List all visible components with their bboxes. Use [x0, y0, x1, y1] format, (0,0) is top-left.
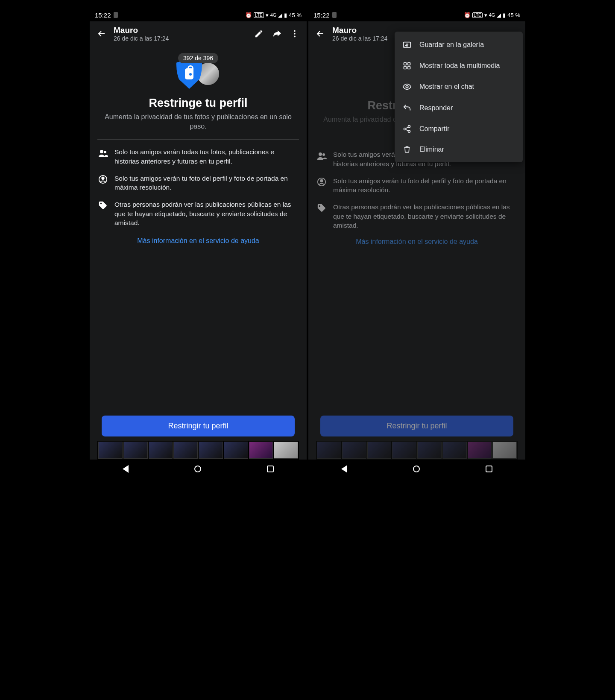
svg-point-19 [320, 179, 323, 182]
svg-rect-8 [404, 63, 407, 65]
menu-label: Mostrar toda la multimedia [419, 62, 500, 70]
bullet-text-1: Solo tus amigos verán tu foto del perfil… [333, 176, 518, 195]
nav-recent-icon[interactable] [267, 466, 274, 472]
thumb[interactable] [274, 442, 298, 459]
thumb[interactable] [468, 442, 492, 459]
thumb[interactable] [173, 442, 198, 459]
content-area: 392 de 396 Restringe tu perfil Aumenta l… [90, 46, 307, 460]
restrict-cta-button[interactable]: Restringir tu perfil [102, 416, 295, 436]
svg-point-15 [408, 130, 410, 132]
lte-icon: LTE [472, 12, 483, 18]
menu-share[interactable]: Compartir [395, 119, 523, 139]
nav-recent-icon[interactable] [486, 466, 492, 472]
nav-back-icon[interactable] [341, 465, 347, 473]
notch-icon [332, 12, 337, 18]
thumb[interactable] [367, 442, 392, 459]
bullet-text-2: Otras personas podrán ver las publicacio… [114, 200, 299, 228]
nav-home-icon[interactable] [194, 466, 201, 472]
battery-icon: ▮ [284, 12, 287, 18]
thumb[interactable] [442, 442, 467, 459]
thumb[interactable] [149, 442, 173, 459]
download-image-icon [402, 40, 412, 50]
menu-reply[interactable]: Responder [395, 97, 523, 119]
svg-point-14 [404, 128, 406, 130]
menu-delete[interactable]: Eliminar [395, 139, 523, 160]
thumb[interactable] [417, 442, 442, 459]
bullet-tag: Otras personas podrán ver las publicacio… [316, 202, 518, 230]
shield-icon [176, 59, 202, 89]
menu-label: Compartir [419, 125, 449, 133]
share-icon [402, 125, 412, 133]
restrict-title: Restringe tu perfil [97, 97, 299, 110]
signal-icon: ◢ [497, 12, 501, 18]
restrict-cta-button[interactable]: Restringir tu perfil [320, 416, 513, 436]
divider [97, 139, 299, 140]
svg-point-17 [322, 153, 325, 156]
menu-show-all-media[interactable]: Mostrar toda la multimedia [395, 56, 523, 76]
back-button[interactable] [314, 28, 326, 40]
menu-show-in-chat[interactable]: Mostrar en el chat [395, 76, 523, 97]
edit-button[interactable] [253, 28, 265, 40]
phone-screen-right: 15:22 ⏰ LTE ▾ 4G ◢ ▮ 45 % Mauro 26 de di… [308, 9, 525, 478]
svg-point-2 [294, 36, 296, 38]
bullet-friends: Solo tus amigos verán todas tus fotos, p… [97, 147, 299, 166]
overflow-menu: Guardar en la galería Mostrar toda la mu… [395, 32, 523, 162]
thumbnail-strip[interactable] [97, 441, 299, 460]
signal-icon: ◢ [278, 12, 282, 18]
header-subtitle: 26 de dic a las 17:24 [114, 35, 247, 42]
help-link[interactable]: Más información en el servicio de ayuda [316, 238, 518, 246]
notch-icon [114, 12, 118, 18]
wifi-icon: ▾ [484, 12, 487, 18]
help-link[interactable]: Más información en el servicio de ayuda [97, 237, 299, 245]
header-title: Mauro [114, 26, 247, 35]
menu-label: Mostrar en el chat [419, 83, 474, 91]
thumb[interactable] [123, 442, 148, 459]
thumb[interactable] [199, 442, 223, 459]
status-bar: 15:22 ⏰ LTE ▾ 4G ◢ ▮ 45 % [308, 9, 525, 21]
thumbnail-strip[interactable] [316, 441, 518, 460]
lte-icon: LTE [254, 12, 264, 18]
thumb[interactable] [342, 442, 366, 459]
thumb[interactable] [317, 442, 341, 459]
thumb[interactable] [492, 442, 517, 459]
thumb[interactable] [224, 442, 248, 459]
thumb[interactable] [249, 442, 273, 459]
hero-icons [97, 59, 299, 89]
svg-point-1 [294, 33, 296, 35]
forward-button[interactable] [271, 28, 283, 40]
nav-back-icon[interactable] [123, 465, 129, 473]
net-icon: 4G [489, 12, 495, 18]
svg-point-6 [102, 177, 104, 179]
svg-point-3 [100, 150, 103, 153]
status-time: 15:22 [95, 12, 111, 19]
profile-icon [316, 176, 327, 195]
net-icon: 4G [270, 12, 277, 18]
back-button[interactable] [96, 28, 108, 40]
wifi-icon: ▾ [266, 12, 269, 18]
battery-icon: ▮ [503, 12, 506, 18]
status-bar: 15:22 ⏰ LTE ▾ 4G ◢ ▮ 45 % [90, 9, 307, 21]
menu-label: Responder [419, 104, 453, 112]
bullet-photo: Solo tus amigos verán tu foto del perfil… [97, 174, 299, 192]
bullet-text-2: Otras personas podrán ver las publicacio… [333, 202, 518, 230]
trash-icon [402, 145, 412, 154]
restrict-subtitle: Aumenta la privacidad de tus fotos y pub… [97, 112, 299, 131]
svg-rect-10 [404, 67, 407, 69]
svg-point-4 [104, 151, 106, 153]
battery-pct: 45 % [507, 12, 520, 18]
phone-screen-left: 15:22 ⏰ LTE ▾ 4G ◢ ▮ 45 % Mauro 26 de di… [90, 9, 307, 478]
thumb[interactable] [98, 442, 123, 459]
friends-icon [97, 147, 108, 166]
bullet-text-1: Solo tus amigos verán tu foto del perfil… [114, 174, 299, 192]
bullet-photo: Solo tus amigos verán tu foto del perfil… [316, 176, 518, 195]
svg-rect-9 [408, 63, 410, 65]
menu-label: Eliminar [419, 146, 444, 153]
app-bar: Mauro 26 de dic a las 17:24 [90, 21, 307, 46]
thumb[interactable] [392, 442, 416, 459]
menu-save-gallery[interactable]: Guardar en la galería [395, 34, 523, 56]
svg-point-13 [408, 126, 410, 128]
nav-home-icon[interactable] [413, 466, 420, 472]
more-button[interactable] [289, 28, 301, 40]
bullet-tag: Otras personas podrán ver las publicacio… [97, 200, 299, 228]
menu-label: Guardar en la galería [419, 41, 484, 49]
